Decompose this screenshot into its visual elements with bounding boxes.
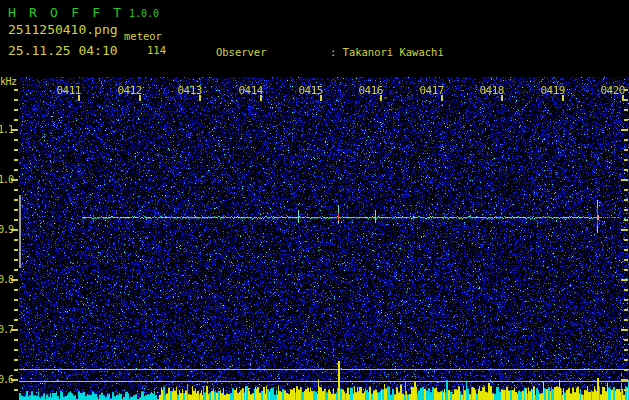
freq-minor-tick-left xyxy=(14,269,18,271)
freq-minor-tick-left xyxy=(14,219,18,221)
freq-minor-tick-left xyxy=(14,169,18,171)
freq-minor-tick-right xyxy=(624,209,628,211)
time-tick-0414 xyxy=(260,95,262,101)
observation-timestamp: 25.11.25 04:10 xyxy=(8,43,118,58)
freq-minor-tick-left xyxy=(14,299,18,301)
freq-minor-tick-right xyxy=(624,309,628,311)
freq-minor-tick-right xyxy=(624,369,628,371)
freq-minor-tick-left xyxy=(14,319,18,321)
time-tick-0420 xyxy=(622,95,624,101)
freq-minor-tick-right xyxy=(624,289,628,291)
freq-major-tick-left xyxy=(11,229,18,231)
time-tick-0417 xyxy=(441,95,443,101)
echo-count: 114 xyxy=(128,44,166,56)
freq-major-tick-right xyxy=(621,129,628,131)
freq-major-tick-right xyxy=(621,229,628,231)
time-tick-0415 xyxy=(320,95,322,101)
time-tick-0419 xyxy=(562,95,564,101)
time-label-0416: 0416 xyxy=(347,84,383,97)
freq-major-tick-left xyxy=(11,279,18,281)
time-label-0420: 0420 xyxy=(589,84,625,97)
time-tick-0416 xyxy=(380,95,382,101)
freq-minor-tick-right xyxy=(624,349,628,351)
freq-minor-tick-right xyxy=(624,269,628,271)
info-row-observer: Observer: Takanori Kawachi xyxy=(178,33,570,72)
freq-minor-tick-left xyxy=(14,209,18,211)
freq-minor-tick-right xyxy=(624,249,628,251)
freq-minor-tick-right xyxy=(624,199,628,201)
freq-minor-tick-right xyxy=(624,259,628,261)
freq-major-tick-left xyxy=(11,129,18,131)
time-tick-0418 xyxy=(501,95,503,101)
freq-major-tick-left xyxy=(11,379,18,381)
freq-minor-tick-right xyxy=(624,149,628,151)
freq-minor-tick-right xyxy=(624,119,628,121)
freq-minor-tick-right xyxy=(624,389,628,391)
time-tick-0412 xyxy=(139,95,141,101)
freq-minor-tick-right xyxy=(624,319,628,321)
freq-minor-tick-left xyxy=(14,99,18,101)
freq-major-tick-left xyxy=(11,179,18,181)
mode-label: meteor xyxy=(124,30,162,42)
freq-minor-tick-right xyxy=(624,109,628,111)
freq-minor-tick-left xyxy=(14,119,18,121)
freq-minor-tick-left xyxy=(14,239,18,241)
freq-minor-tick-left xyxy=(14,199,18,201)
output-filename: 2511250410.png xyxy=(8,22,118,37)
freq-minor-tick-left xyxy=(14,309,18,311)
info-value: : Takanori Kawachi xyxy=(330,46,444,58)
info-label: Observer xyxy=(216,46,330,59)
freq-minor-tick-left xyxy=(14,359,18,361)
app-version: 1.0.0 xyxy=(129,8,159,19)
freq-minor-tick-left xyxy=(14,259,18,261)
freq-minor-tick-left xyxy=(14,289,18,291)
freq-minor-tick-left xyxy=(14,109,18,111)
freq-minor-tick-left xyxy=(14,339,18,341)
freq-minor-tick-left xyxy=(14,139,18,141)
app-title: H R O F F T xyxy=(8,5,124,20)
time-label-0414: 0414 xyxy=(227,84,263,97)
time-label-0413: 0413 xyxy=(166,84,202,97)
time-tick-0413 xyxy=(199,95,201,101)
time-label-0418: 0418 xyxy=(468,84,504,97)
freq-minor-tick-right xyxy=(624,99,628,101)
freq-major-tick-right xyxy=(621,179,628,181)
freq-minor-tick-left xyxy=(14,159,18,161)
time-label-0417: 0417 xyxy=(408,84,444,97)
freq-major-tick-right xyxy=(621,379,628,381)
freq-major-tick-right xyxy=(621,329,628,331)
freq-minor-tick-right xyxy=(624,139,628,141)
freq-major-tick-right xyxy=(621,279,628,281)
freq-minor-tick-right xyxy=(624,359,628,361)
freq-minor-tick-right xyxy=(624,299,628,301)
freq-minor-tick-right xyxy=(624,339,628,341)
freq-minor-tick-right xyxy=(624,219,628,221)
freq-minor-tick-right xyxy=(624,159,628,161)
time-tick-0411 xyxy=(78,95,80,101)
time-label-0411: 0411 xyxy=(45,84,81,97)
spectrogram-canvas xyxy=(19,77,629,400)
time-label-0412: 0412 xyxy=(106,84,142,97)
freq-minor-tick-left xyxy=(14,89,18,91)
freq-major-tick-left xyxy=(11,329,18,331)
freq-minor-tick-right xyxy=(624,169,628,171)
freq-minor-tick-left xyxy=(14,149,18,151)
freq-minor-tick-left xyxy=(14,189,18,191)
freq-minor-tick-left xyxy=(14,389,18,391)
time-label-0419: 0419 xyxy=(529,84,565,97)
time-label-0415: 0415 xyxy=(287,84,323,97)
hrofft-window: H R O F F T 1.0.0 2511250410.png meteor … xyxy=(0,0,629,400)
freq-minor-tick-right xyxy=(624,239,628,241)
freq-minor-tick-right xyxy=(624,189,628,191)
freq-axis-unit: kHz xyxy=(0,76,17,87)
freq-minor-tick-left xyxy=(14,249,18,251)
freq-minor-tick-left xyxy=(14,349,18,351)
freq-minor-tick-left xyxy=(14,369,18,371)
